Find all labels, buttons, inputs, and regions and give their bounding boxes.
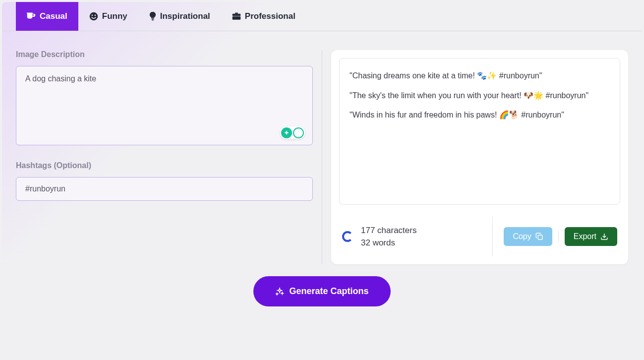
stats-text: 177 characters 32 words: [361, 224, 416, 249]
tab-inspirational[interactable]: Inspirational: [138, 2, 221, 31]
generate-label: Generate Captions: [289, 286, 368, 297]
svg-rect-5: [152, 20, 154, 21]
caption-line: "Chasing dreams one kite at a time! 🐾✨ #…: [350, 69, 610, 82]
copy-icon: [535, 233, 543, 240]
output-card: "Chasing dreams one kite at a time! 🐾✨ #…: [331, 50, 628, 264]
svg-rect-9: [538, 235, 542, 240]
svg-rect-0: [27, 13, 33, 14]
hashtags-label: Hashtags (Optional): [16, 161, 313, 170]
svg-rect-4: [151, 18, 154, 19]
svg-rect-6: [235, 13, 238, 14]
copy-button[interactable]: Copy: [504, 227, 552, 246]
hashtags-input[interactable]: [16, 177, 313, 201]
description-label: Image Description: [16, 50, 313, 59]
generate-button[interactable]: Generate Captions: [253, 276, 390, 306]
sparkle-icon: [275, 287, 284, 296]
tab-professional[interactable]: Professional: [221, 2, 306, 31]
briefcase-icon: [232, 12, 241, 20]
captions-box: "Chasing dreams one kite at a time! 🐾✨ #…: [339, 58, 620, 205]
grammarly-add-icon: ✦: [281, 127, 292, 138]
tone-tabs: Casual Funny Inspirational Professional: [2, 2, 642, 31]
tab-casual[interactable]: Casual: [16, 2, 78, 31]
tab-label: Casual: [40, 11, 67, 21]
char-count: 177 characters: [361, 224, 416, 237]
caption-line: "Winds in his fur and freedom in his paw…: [350, 109, 610, 121]
divider: [558, 231, 559, 242]
copy-label: Copy: [513, 232, 531, 241]
download-icon: [600, 233, 608, 240]
svg-point-1: [90, 12, 98, 21]
description-input[interactable]: A dog chasing a kite: [16, 66, 313, 145]
word-count: 32 words: [361, 237, 416, 249]
svg-point-2: [91, 14, 93, 16]
mug-icon: [27, 12, 36, 20]
svg-point-3: [94, 14, 96, 16]
tab-label: Inspirational: [160, 11, 210, 21]
smile-icon: [89, 12, 98, 21]
tab-funny[interactable]: Funny: [78, 2, 138, 31]
loading-spinner-icon: [342, 231, 353, 242]
grammarly-status-icon: [293, 127, 304, 138]
tab-label: Funny: [102, 11, 127, 21]
grammarly-widget[interactable]: ✦: [280, 126, 305, 139]
svg-rect-7: [233, 14, 241, 16]
svg-rect-8: [233, 16, 241, 20]
caption-line: "The sky's the limit when you run with y…: [350, 89, 610, 102]
tab-label: Professional: [245, 11, 295, 21]
export-label: Export: [574, 232, 596, 241]
export-button[interactable]: Export: [565, 227, 617, 246]
bulb-icon: [149, 12, 156, 21]
